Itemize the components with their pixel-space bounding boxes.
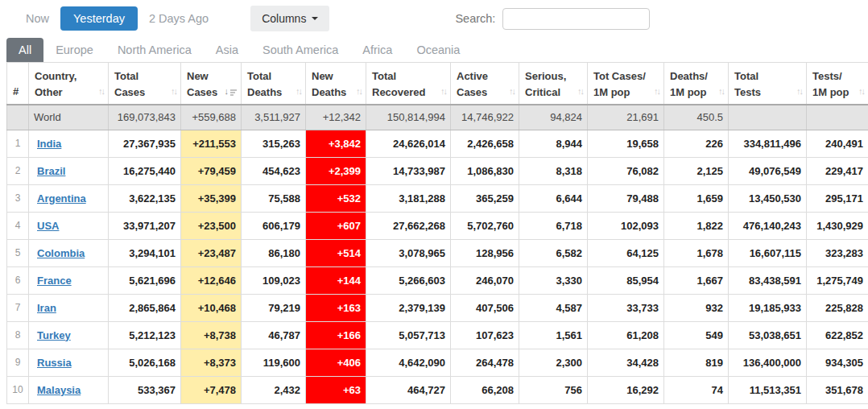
sort-both-icon: ↑↓ (858, 86, 864, 96)
col-header-line2: Cases (457, 85, 513, 101)
cell-tests_per_1m: 225,828 (807, 294, 868, 321)
table-row: 8Turkey5,212,123+8,73846,787+1665,057,71… (7, 321, 868, 349)
tab-asia[interactable]: Asia (204, 38, 250, 62)
cell-new_deaths: +166 (306, 321, 366, 349)
cell-active_cases: 107,623 (451, 321, 519, 349)
now-button[interactable]: Now (16, 6, 59, 31)
sort-icon: ↑↓ (654, 83, 659, 99)
cell-total_cases: 533,367 (109, 376, 181, 403)
col-header-line2: 1M pop (670, 85, 722, 101)
cell-serious_critical: 6,582 (519, 239, 588, 266)
table-row: 5Colombia3,294,101+23,48786,180+5143,078… (7, 239, 868, 266)
cell-total_cases: 33,971,207 (109, 212, 181, 239)
country-link[interactable]: Brazil (37, 165, 65, 177)
cell-rank: 1 (7, 130, 29, 157)
cell-serious_critical: 94,824 (519, 105, 588, 130)
country-link[interactable]: Iran (37, 302, 56, 314)
col-header-deaths_per_1m[interactable]: Deaths/1M pop↑↓ (664, 63, 729, 105)
col-header-total_recovered[interactable]: TotalRecovered↑↓ (366, 63, 451, 105)
cell-new_deaths: +12,342 (306, 105, 366, 130)
country-link[interactable]: Russia (37, 357, 72, 369)
cell-total_cases: 5,026,168 (109, 349, 181, 376)
cell-active_cases: 1,086,830 (451, 157, 519, 184)
country-link[interactable]: India (37, 138, 61, 150)
country-link[interactable]: Argentina (37, 192, 86, 204)
col-header-active_cases[interactable]: ActiveCases↑↓ (451, 63, 519, 105)
cell-serious_critical: 4,587 (519, 294, 588, 321)
tab-all[interactable]: All (6, 38, 43, 62)
yesterday-button[interactable]: Yesterday (60, 6, 138, 31)
cell-new_cases: +10,468 (181, 294, 242, 321)
table-row: 9Russia5,026,168+8,373119,600+4064,642,0… (7, 349, 868, 376)
cell-total_deaths: 109,023 (242, 266, 306, 294)
cell-total_deaths: 75,588 (242, 184, 306, 212)
columns-dropdown-button[interactable]: Columns (250, 6, 329, 31)
cell-new_deaths: +406 (306, 349, 366, 376)
col-header-line1: Tests/ (812, 68, 862, 85)
col-header-serious_critical[interactable]: Serious,Critical↑↓ (519, 63, 588, 105)
cell-country: Russia (29, 349, 109, 376)
country-link[interactable]: France (37, 275, 72, 287)
cell-total_recovered: 5,057,713 (366, 321, 451, 349)
cell-total_recovered: 14,733,987 (366, 157, 451, 184)
tab-south-america[interactable]: South America (250, 38, 350, 62)
cell-tests_per_1m: 240,491 (807, 130, 868, 157)
cell-total_deaths: 315,263 (242, 130, 306, 157)
sort-icon: ↑↓ (296, 83, 301, 99)
country-link[interactable]: USA (37, 220, 59, 232)
col-header-total_cases[interactable]: TotalCases↑↓ (109, 63, 181, 105)
country-link[interactable]: Turkey (37, 329, 71, 341)
cell-total_deaths: 3,511,927 (242, 105, 306, 130)
country-link[interactable]: Malaysia (37, 384, 81, 396)
col-header-line1: Active (457, 68, 513, 85)
search-input[interactable] (502, 8, 650, 30)
tab-north-america[interactable]: North America (105, 38, 204, 62)
cell-active_cases: 264,478 (451, 349, 519, 376)
col-header-new_cases[interactable]: NewCases↓ (181, 63, 242, 105)
tab-oceania[interactable]: Oceania (404, 38, 472, 62)
cell-cases_per_1m: 102,093 (588, 212, 664, 239)
tab-europe[interactable]: Europe (43, 38, 105, 62)
table-row: 10Malaysia533,367+7,4782,432+63464,72766… (7, 376, 868, 403)
cell-total_tests: 11,513,351 (729, 376, 807, 403)
cell-total_recovered: 24,626,014 (366, 130, 451, 157)
col-header-rank[interactable]: # (7, 63, 29, 105)
cell-cases_per_1m: 79,488 (588, 184, 664, 212)
cell-deaths_per_1m: 819 (664, 349, 729, 376)
sort-both-icon: ↑↓ (440, 86, 446, 96)
cell-country: Argentina (29, 184, 109, 212)
cell-active_cases: 407,506 (451, 294, 519, 321)
col-header-country[interactable]: Country,Other↑↓ (29, 63, 109, 105)
col-header-new_deaths[interactable]: NewDeaths↑↓ (306, 63, 366, 105)
cell-deaths_per_1m: 1,667 (664, 266, 729, 294)
tab-africa[interactable]: Africa (350, 38, 404, 62)
cell-tests_per_1m: 295,171 (807, 184, 868, 212)
cell-total_cases: 27,367,935 (109, 130, 181, 157)
col-header-total_deaths[interactable]: TotalDeaths↑↓ (242, 63, 306, 105)
col-header-total_tests[interactable]: TotalTests↑↓ (729, 63, 807, 105)
toolbar: Now Yesterday 2 Days Ago Columns Search: (0, 0, 868, 31)
cell-active_cases: 66,208 (451, 376, 519, 403)
col-header-tests_per_1m[interactable]: Tests/1M pop↑↓ (807, 63, 868, 105)
two-days-ago-button[interactable]: 2 Days Ago (139, 6, 218, 31)
cell-new_cases: +79,459 (181, 157, 242, 184)
col-header-line2: Cases (114, 85, 175, 101)
col-header-line2: Recovered (372, 85, 444, 101)
col-header-line1 (13, 68, 23, 84)
cell-new_cases: +8,738 (181, 321, 242, 349)
cell-total_tests: 53,038,651 (729, 321, 807, 349)
cell-total_recovered: 27,662,268 (366, 212, 451, 239)
col-header-line1: Deaths/ (670, 68, 722, 85)
sort-icon: ↑↓ (718, 83, 724, 99)
country-link[interactable]: Colombia (37, 247, 85, 259)
cell-new_deaths: +144 (306, 266, 366, 294)
cell-rank: 8 (7, 321, 29, 349)
cell-total_cases: 169,073,843 (109, 105, 181, 130)
table-header-row: #Country,Other↑↓TotalCases↑↓NewCases↓Tot… (7, 63, 868, 105)
cell-cases_per_1m: 61,208 (588, 321, 664, 349)
cell-new_cases: +8,373 (181, 349, 242, 376)
cell-total_cases: 5,621,696 (109, 266, 181, 294)
cell-cases_per_1m: 85,954 (588, 266, 664, 294)
col-header-cases_per_1m[interactable]: Tot Cases/1M pop↑↓ (588, 63, 664, 105)
table-body: World169,073,843+559,6883,511,927+12,342… (7, 105, 868, 403)
